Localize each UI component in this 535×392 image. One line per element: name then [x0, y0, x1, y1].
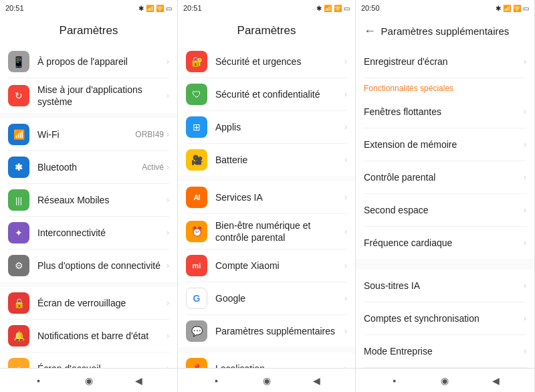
nav-recent-3[interactable]: ◀	[486, 371, 505, 390]
bt-icon-3: ✱	[496, 5, 501, 12]
sidebar-item-about[interactable]: 📱 À propos de l'appareil ›	[0, 45, 177, 78]
nav-home-2[interactable]: ◉	[257, 371, 276, 390]
update-icon: ↻	[8, 85, 29, 106]
google-label: Google	[215, 292, 344, 304]
signal-icon-2: 📶	[324, 5, 332, 12]
sidebar-item-memory[interactable]: Extension de mémoire ›	[356, 128, 534, 161]
services-ia-right: ›	[344, 193, 347, 202]
nav-recent-2[interactable]: ◀	[308, 371, 326, 390]
bt-icon-1: ✱	[138, 5, 144, 12]
apps-label: Applis	[215, 121, 344, 133]
parental-label: Contrôle parental	[364, 171, 524, 183]
memory-label: Extension de mémoire	[364, 138, 524, 151]
apps-right: ›	[344, 122, 347, 132]
security-confidentiality-label: Sécurité et confidentialité	[215, 88, 344, 100]
sidebar-item-moreoptions[interactable]: ⚙ Plus d'options de connectivité ›	[0, 250, 177, 282]
signal-icon-3: 📶	[503, 5, 511, 12]
interconnect-icon: ✦	[8, 222, 29, 243]
nav-home-3[interactable]: ◉	[435, 371, 454, 390]
sidebar-item-security-urgences[interactable]: 🔐 Sécurité et urgences ›	[178, 45, 355, 78]
heart-rate-right: ›	[524, 238, 526, 248]
panel-title-3: Paramètres supplémentaires	[381, 25, 510, 37]
sec-urgences-right: ›	[344, 57, 347, 66]
status-bar-3: 20:50 ✱ 📶 🛜 ▭	[356, 0, 534, 16]
lockscreen-right: ›	[167, 298, 169, 308]
second-space-label: Second espace	[364, 204, 524, 216]
sidebar-item-lockscreen[interactable]: 🔒 Écran de verrouillage ›	[0, 287, 177, 319]
sidebar-item-floating[interactable]: Fenêtres flottantes ›	[356, 96, 534, 128]
panel-3: 20:50 ✱ 📶 🛜 ▭ ← Paramètres supplémentair…	[356, 0, 535, 392]
nav-recent-1[interactable]: ◀	[130, 371, 148, 390]
xiaomi-icon: mi	[186, 255, 207, 276]
sidebar-item-update[interactable]: ↻ Mise à jour d'applications système ›	[0, 78, 177, 113]
sidebar-item-second-space[interactable]: Second espace ›	[356, 194, 534, 226]
nav-home-1[interactable]: ◉	[80, 371, 98, 390]
sidebar-item-xiaomi[interactable]: mi Compte Xiaomi ›	[178, 250, 355, 282]
update-right: ›	[167, 91, 169, 100]
sidebar-item-location[interactable]: 📍 Localisation ›	[178, 353, 355, 368]
sidebar-item-parental[interactable]: Contrôle parental ›	[356, 161, 534, 193]
services-ia-icon: AI	[186, 187, 207, 208]
moreoptions-label: Plus d'options de connectivité	[37, 260, 167, 272]
notifications-right: ›	[167, 331, 169, 340]
xiaomi-right: ›	[344, 261, 347, 270]
sidebar-item-enterprise[interactable]: Mode Entreprise ›	[356, 335, 534, 367]
sidebar-item-networks[interactable]: ||| Réseaux Mobiles ›	[0, 184, 177, 216]
sidebar-item-heart-rate[interactable]: Fréquence cardiaque ›	[356, 227, 534, 259]
accounts-label: Comptes et synchronisation	[364, 312, 524, 324]
sidebar-item-screen-recorder[interactable]: Enregistreur d'écran ›	[356, 45, 534, 78]
sidebar-item-additional[interactable]: 💬 Paramètres supplémentaires ›	[178, 315, 355, 347]
google-icon: G	[186, 288, 207, 309]
wifi-label: Wi-Fi	[37, 128, 135, 140]
sidebar-item-home[interactable]: ⌂ Écran d'accueil ›	[0, 353, 177, 368]
location-right: ›	[344, 364, 347, 368]
panel-title-1: Paramètres	[60, 24, 118, 37]
additional-icon: 💬	[186, 320, 207, 342]
google-right: ›	[344, 294, 347, 303]
sidebar-item-accounts[interactable]: Comptes et synchronisation ›	[356, 302, 534, 334]
lockscreen-label: Écran de verrouillage	[37, 297, 167, 309]
lockscreen-icon: 🔒	[8, 292, 29, 314]
sidebar-item-wifi[interactable]: 📶 Wi-Fi ORBI49 ›	[0, 118, 177, 151]
battery-icon-2: ▭	[344, 5, 350, 12]
heart-rate-label: Fréquence cardiaque	[364, 237, 524, 249]
sidebar-item-subtitles-ia[interactable]: Sous-titres IA ›	[356, 270, 534, 302]
sidebar-item-bluetooth[interactable]: ✱ Bluetooth Activé ›	[0, 151, 177, 183]
sidebar-item-battery[interactable]: 🎥 Batterie ›	[178, 144, 355, 176]
notifications-label: Notifications et barre d'état	[37, 330, 167, 342]
nav-bar-2: ▪ ◉ ◀	[178, 368, 355, 392]
sec-conf-right: ›	[344, 90, 347, 99]
sidebar-item-security-confidentiality[interactable]: 🛡 Sécurité et confidentialité ›	[178, 78, 355, 110]
nav-back-2[interactable]: ▪	[207, 371, 226, 390]
security-confidentiality-icon: 🛡	[186, 84, 207, 105]
back-button-3[interactable]: ←	[364, 24, 376, 38]
sidebar-item-interconnect[interactable]: ✦ Interconnectivité ›	[0, 217, 177, 249]
wellbeing-label: Bien-être numérique et contrôle parental	[215, 219, 344, 243]
status-bar-2: 20:51 ✱ 📶 🛜 ▭	[178, 0, 355, 16]
sidebar-item-notifications[interactable]: 🔔 Notifications et barre d'état ›	[0, 320, 177, 352]
status-time-1: 20:51	[5, 4, 24, 12]
additional-label: Paramètres supplémentaires	[215, 325, 344, 337]
subtitles-ia-right: ›	[524, 281, 526, 290]
nav-back-1[interactable]: ▪	[29, 371, 48, 390]
sidebar-item-services-ia[interactable]: AI Services IA ›	[178, 181, 355, 213]
panel-header-3: ← Paramètres supplémentaires	[356, 16, 534, 45]
wellbeing-icon: ⏰	[186, 221, 207, 242]
moreoptions-icon: ⚙	[8, 255, 29, 276]
location-label: Localisation	[215, 363, 344, 368]
screen-recorder-right: ›	[524, 57, 526, 66]
section-special: Fonctionnalités spéciales	[356, 78, 534, 96]
settings-list-3: Enregistreur d'écran › Fonctionnalités s…	[356, 45, 534, 368]
nav-back-3[interactable]: ▪	[385, 371, 404, 390]
sidebar-item-wellbeing[interactable]: ⏰ Bien-être numérique et contrôle parent…	[178, 214, 355, 249]
parental-right: ›	[524, 173, 526, 182]
networks-right: ›	[167, 195, 169, 205]
battery-icon-1: ▭	[166, 5, 172, 12]
settings-list-1: 📱 À propos de l'appareil › ↻ Mise à jour…	[0, 45, 177, 368]
bluetooth-icon: ✱	[8, 157, 29, 178]
homescreen-icon: ⌂	[8, 358, 29, 368]
sidebar-item-apps[interactable]: ⊞ Applis ›	[178, 111, 355, 143]
panel-2: 20:51 ✱ 📶 🛜 ▭ Paramètres 🔐 Sécurité et u…	[178, 0, 356, 392]
subtitles-ia-label: Sous-titres IA	[364, 280, 524, 292]
sidebar-item-google[interactable]: G Google ›	[178, 282, 355, 314]
